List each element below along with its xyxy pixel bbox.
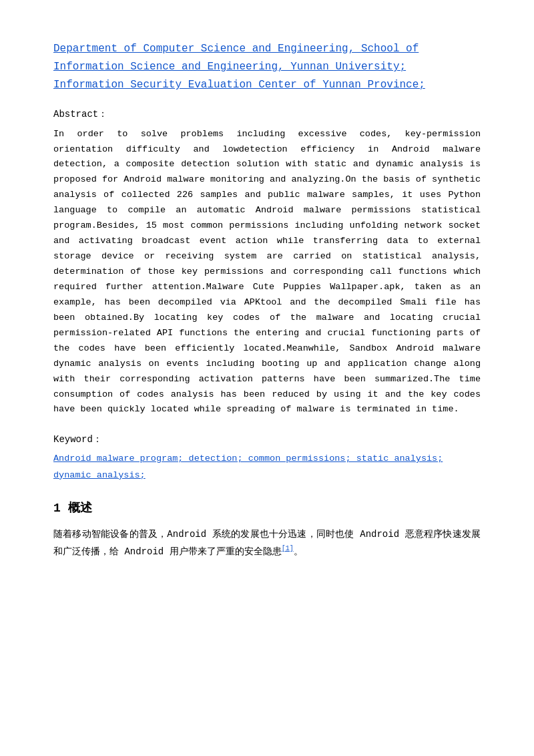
abstract-label: Abstract： (53, 108, 481, 120)
institution-link[interactable]: Department of Computer Science and Engin… (53, 40, 481, 95)
page-container: Department of Computer Science and Engin… (0, 0, 534, 600)
abstract-body: In order to solve problems including exc… (53, 127, 481, 418)
keywords-link[interactable]: Android malware program; detection; comm… (53, 451, 481, 484)
section1-body: 随着移动智能设备的普及，Android 系统的发展也十分迅速，同时也使 Andr… (53, 526, 481, 560)
section1-heading: 1 概述 (53, 500, 481, 516)
keyword-label: Keyword： (53, 433, 481, 445)
reference-1[interactable]: [1] (282, 545, 294, 552)
